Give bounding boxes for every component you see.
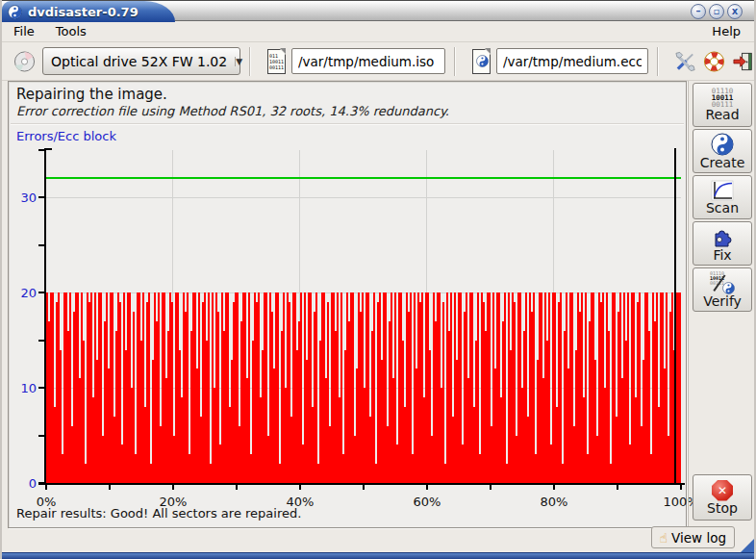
create-button[interactable]: Create: [693, 129, 752, 173]
menu-tools[interactable]: Tools: [54, 22, 88, 40]
exit-door-icon[interactable]: [732, 49, 754, 74]
lifebuoy-help-icon[interactable]: [703, 49, 725, 74]
title-bar[interactable]: dvdisaster-0.79 – ▫ x: [2, 0, 754, 21]
y-tick: [38, 244, 44, 246]
y-tick: [38, 482, 44, 484]
y-tick: [38, 340, 44, 342]
read-button-label: Read: [705, 108, 739, 122]
x-tick: [363, 485, 365, 490]
y-tick: [38, 387, 44, 389]
x-tick: [553, 485, 555, 490]
app-yinyang-icon: [8, 5, 22, 19]
fix-button[interactable]: Fix: [693, 221, 752, 266]
error-bar: [148, 292, 150, 483]
position-cursor: [674, 148, 676, 483]
y-tick-label: 0: [2, 476, 37, 491]
menu-file[interactable]: File: [12, 22, 37, 40]
scan-button[interactable]: Scan: [693, 175, 752, 219]
y-tick: [38, 196, 44, 198]
window-title: dvdisaster-0.79: [28, 5, 139, 19]
create-yinyang-icon: [711, 133, 734, 156]
maximize-button[interactable]: ▫: [709, 4, 724, 19]
app-window: dvdisaster-0.79 – ▫ x File Tools Help Op…: [0, 0, 756, 559]
result-text: Repair results: Good! All sectors are re…: [16, 506, 301, 521]
close-button[interactable]: x: [727, 4, 743, 19]
error-bar: [315, 292, 317, 483]
error-bar: [208, 292, 210, 483]
toolbar-separator: [249, 47, 251, 76]
y-axis-cap-tick: [46, 148, 52, 150]
threshold-line: [46, 177, 681, 179]
read-button[interactable]: 01110 10011 00111 Read: [693, 83, 752, 127]
x-tick-label: 80%: [541, 495, 568, 509]
heading-separator: [11, 123, 684, 125]
x-tick: [617, 485, 618, 490]
sidebar: 01110 10011 00111 Read Create Scan: [688, 81, 756, 528]
title-tab-curve: [144, 1, 175, 22]
error-bar: [608, 331, 610, 483]
y-tick-label: 10: [2, 381, 37, 395]
x-axis-line: [38, 483, 685, 485]
y-tick-label: 20: [2, 286, 37, 300]
view-log-button[interactable]: ☝ View log: [651, 526, 735, 548]
x-tick: [490, 485, 491, 490]
drive-selector-value: Optical drive 52X FW 1.02: [43, 54, 235, 69]
x-tick: [236, 485, 238, 490]
error-bar: [504, 292, 506, 483]
status-heading: Repairing the image.: [16, 86, 167, 103]
x-tick: [172, 485, 174, 490]
x-tick: [109, 485, 111, 490]
title-tab: dvdisaster-0.79: [2, 1, 144, 22]
x-tick: [45, 485, 47, 490]
scan-button-label: Scan: [706, 201, 739, 216]
stop-button-label: Stop: [707, 501, 738, 516]
verify-compare-icon: 01110 10011 00111: [710, 271, 735, 294]
error-bar: [373, 292, 375, 483]
main-panel: Repairing the image. Error correction fi…: [8, 81, 687, 528]
ecc-path-input[interactable]: [496, 48, 648, 74]
verify-button[interactable]: 01110 10011 00111 Verify: [693, 267, 752, 312]
y-tick-label: 30: [2, 191, 37, 205]
x-tick: [680, 485, 682, 490]
preferences-tools-icon[interactable]: [674, 49, 696, 74]
status-subheading: Error correction file using Method RS01,…: [16, 104, 449, 118]
plot-area: 01020300%20%40%60%80%100%: [46, 150, 681, 483]
gridline-h: [46, 197, 681, 198]
error-bar: [83, 341, 85, 483]
hand-pointer-icon: ☝: [660, 530, 668, 546]
iso-file-icon: 011 10011 00111: [267, 49, 286, 74]
read-binary-icon: 01110 10011 00111: [712, 88, 734, 108]
create-button-label: Create: [700, 156, 745, 170]
stop-button[interactable]: ✕ Stop: [693, 474, 752, 521]
y-tick: [38, 435, 44, 437]
stop-sign-icon: ✕: [712, 480, 733, 501]
error-bar: [679, 292, 681, 483]
chevron-down-icon: ▼: [235, 57, 242, 66]
iso-path-input[interactable]: [291, 48, 445, 74]
x-tick-label: 60%: [414, 495, 441, 509]
minimize-button[interactable]: –: [691, 4, 706, 19]
error-bar: [277, 292, 279, 483]
toolbar: Optical drive 52X FW 1.02 ▼ 011 10011 00…: [2, 42, 754, 81]
fix-puzzle-icon: [711, 225, 734, 248]
resize-grip[interactable]: [740, 539, 754, 553]
y-tick: [38, 292, 44, 293]
y-tick: [38, 149, 44, 151]
drive-selector[interactable]: Optical drive 52X FW 1.02 ▼: [42, 47, 240, 75]
x-tick: [426, 485, 428, 490]
view-log-label: View log: [671, 530, 726, 546]
fix-button-label: Fix: [713, 248, 731, 263]
toolbar-separator: [657, 47, 659, 76]
menu-bar: File Tools Help: [2, 21, 754, 42]
scan-chart-icon: [711, 180, 734, 201]
ecc-file-icon: [472, 49, 491, 74]
x-tick: [299, 485, 301, 490]
menu-help[interactable]: Help: [710, 22, 743, 40]
cd-disc-icon: [13, 49, 36, 74]
ecc-yinyang-icon: [476, 55, 489, 67]
verify-button-label: Verify: [703, 294, 742, 309]
chart-title: Errors/Ecc block: [16, 129, 116, 143]
toolbar-separator: [454, 47, 456, 76]
window-bottom-frame: [2, 552, 756, 559]
error-bar: [442, 302, 444, 483]
